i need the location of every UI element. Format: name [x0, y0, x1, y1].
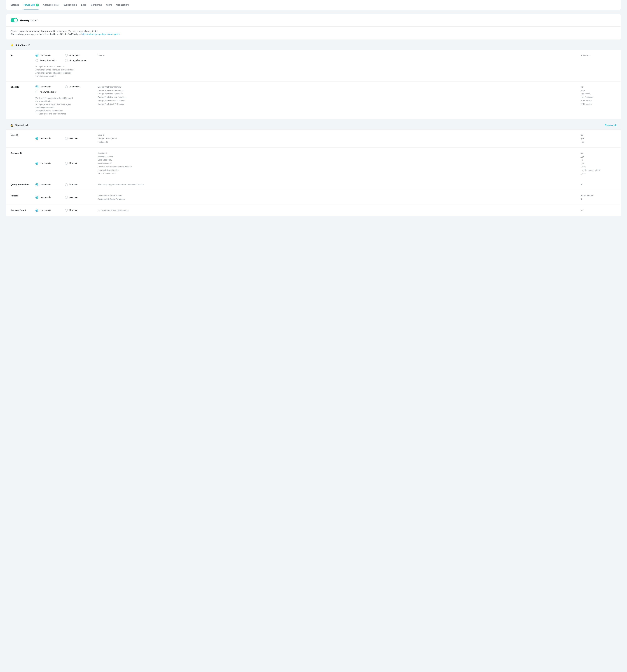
radio-label: Leave as is: [40, 85, 51, 88]
tab-label: Store: [106, 3, 112, 6]
radio-icon: [35, 59, 38, 62]
param-row: Session CountLeave as isRemovecontainer.…: [6, 205, 621, 216]
param-row: Query parametersLeave as isRemoveRemove …: [6, 179, 621, 190]
param-row: RefererLeave as isRemoveDocument Referre…: [6, 190, 621, 205]
panel-info-line: After enabling power up, use this link a…: [10, 33, 617, 36]
radio-icon: [35, 137, 38, 140]
tab-label: Analytics: [43, 3, 53, 6]
radio-option[interactable]: Leave as is: [35, 151, 65, 175]
radio-option[interactable]: Anonymize: [65, 54, 95, 57]
radio-label: Leave as is: [40, 196, 51, 199]
radio-option[interactable]: Remove: [65, 133, 95, 144]
anonymizer-toggle[interactable]: [10, 18, 18, 22]
radio-icon: [65, 86, 68, 88]
param-descriptions: Document Referrer HeaderDocument Referre…: [98, 194, 578, 201]
radio-icon: [65, 209, 68, 212]
radio-label: Anonymize: [69, 54, 80, 57]
radio-icon: [65, 196, 68, 199]
param-descriptions: User IDGoogle Developer IDFirebase ID: [98, 133, 578, 144]
param-options: Leave as isAnonymizeAnonymize StrictAnon…: [35, 54, 95, 78]
radio-icon: [65, 59, 68, 62]
tab-label: Connections: [116, 3, 129, 6]
tab-connections[interactable]: Connections: [116, 0, 129, 10]
tab-sublabel: (Beta): [54, 4, 59, 6]
radio-option[interactable]: Leave as is: [35, 133, 65, 144]
radio-option[interactable]: Remove: [65, 151, 95, 175]
radio-option[interactable]: Remove: [65, 194, 95, 201]
param-row: User IDLeave as isRemoveUser IDGoogle De…: [6, 129, 621, 147]
radio-icon: [35, 183, 38, 186]
section-header: 💡IP & Client ID: [6, 40, 621, 50]
param-row: IPLeave as isAnonymizeAnonymize StrictAn…: [6, 50, 621, 81]
radio-label: Anonymize Strict: [40, 59, 56, 62]
server-url-link[interactable]: https://eukuecpe.ap.stape.io/anonymize: [81, 33, 120, 35]
panel-info: Please choose the parameters that you wa…: [6, 26, 621, 40]
param-options: Leave as isRemove: [35, 183, 95, 186]
radio-label: Anonymize: [69, 85, 80, 88]
param-options: Leave as isRemove: [35, 133, 95, 144]
tab-badge: 6: [36, 4, 39, 6]
radio-label: Remove: [69, 162, 77, 165]
param-keys: cidjscid_ga cookie_ga_* cookiesFPLC cook…: [581, 85, 617, 115]
tab-store[interactable]: Store: [106, 0, 112, 10]
param-keys: dl: [581, 183, 617, 186]
radio-option[interactable]: Leave as is: [35, 85, 65, 88]
tab-label: Subscription: [64, 3, 77, 6]
radio-label: Leave as is: [40, 162, 51, 165]
radio-icon: [35, 54, 38, 57]
tab-label: Settings: [10, 3, 19, 6]
radio-option[interactable]: Leave as is: [35, 54, 65, 57]
tab-label: Power-Ups: [24, 3, 35, 6]
anonymizer-panel: Anonymizer Please choose the parameters …: [6, 14, 621, 40]
tab-analytics[interactable]: Analytics(Beta): [43, 0, 59, 10]
param-descriptions: Google Analytics Client IDGoogle Analyti…: [98, 85, 578, 115]
radio-icon: [35, 209, 38, 212]
radio-icon: [35, 162, 38, 165]
param-row: Client IDLeave as isAnonymizeAnonymize S…: [6, 81, 621, 119]
param-options: Leave as isRemove: [35, 209, 95, 212]
param-descriptions: Session IDSession ID in UAUser Session I…: [98, 151, 578, 175]
section-icon: 💡: [10, 44, 14, 47]
param-label: User ID: [10, 133, 32, 144]
radio-label: Anonymize Smart: [69, 59, 87, 62]
tab-settings[interactable]: Settings: [10, 0, 19, 10]
radio-icon: [65, 54, 68, 57]
section-icon: 🕵️: [10, 124, 14, 127]
radio-label: Leave as is: [40, 137, 51, 140]
radio-label: Remove: [69, 137, 77, 140]
param-options: Leave as isAnonymizeAnonymize StrictWork…: [35, 85, 95, 115]
param-help: Anonymize - removes last octet Anonymize…: [35, 65, 74, 78]
radio-icon: [35, 196, 38, 199]
param-label: Query parameters: [10, 183, 32, 186]
param-label: Session Count: [10, 209, 32, 212]
section-header: 🕵️General infoRemove all: [6, 119, 621, 129]
radio-option[interactable]: Remove: [65, 183, 95, 186]
param-row: Session IDLeave as isRemoveSession IDSes…: [6, 147, 621, 179]
tab-label: Logs: [81, 3, 86, 6]
radio-option[interactable]: Anonymize: [65, 85, 95, 88]
radio-option[interactable]: Leave as is: [35, 209, 65, 212]
radio-icon: [65, 183, 68, 186]
tab-subscription[interactable]: Subscription: [64, 0, 77, 10]
radio-option[interactable]: Anonymize Strict: [35, 91, 95, 94]
radio-icon: [65, 137, 68, 140]
param-keys: referer headerdr: [581, 194, 617, 201]
tab-logs[interactable]: Logs: [81, 0, 86, 10]
radio-option[interactable]: Leave as is: [35, 194, 65, 201]
radio-label: Leave as is: [40, 183, 51, 186]
param-keys: uidgdid_fid: [581, 133, 617, 144]
radio-label: Anonymize Strict: [40, 91, 56, 94]
param-keys: sct: [581, 209, 617, 212]
radio-label: Leave as is: [40, 209, 51, 212]
radio-option[interactable]: Anonymize Strict: [35, 59, 65, 62]
radio-option[interactable]: Anonymize Smart: [65, 59, 95, 62]
tab-monitoring[interactable]: Monitoring: [91, 0, 102, 10]
remove-all-button[interactable]: Remove all: [605, 124, 617, 127]
radio-option[interactable]: Remove: [65, 209, 95, 212]
radio-option[interactable]: Leave as is: [35, 183, 65, 186]
panel-title: Anonymizer: [20, 18, 38, 22]
param-descriptions: Remove query paramaters from Document Lo…: [98, 183, 578, 186]
param-descriptions: User IP: [98, 54, 578, 78]
radio-label: Remove: [69, 209, 77, 212]
tab-power-ups[interactable]: Power-Ups6: [24, 0, 39, 10]
